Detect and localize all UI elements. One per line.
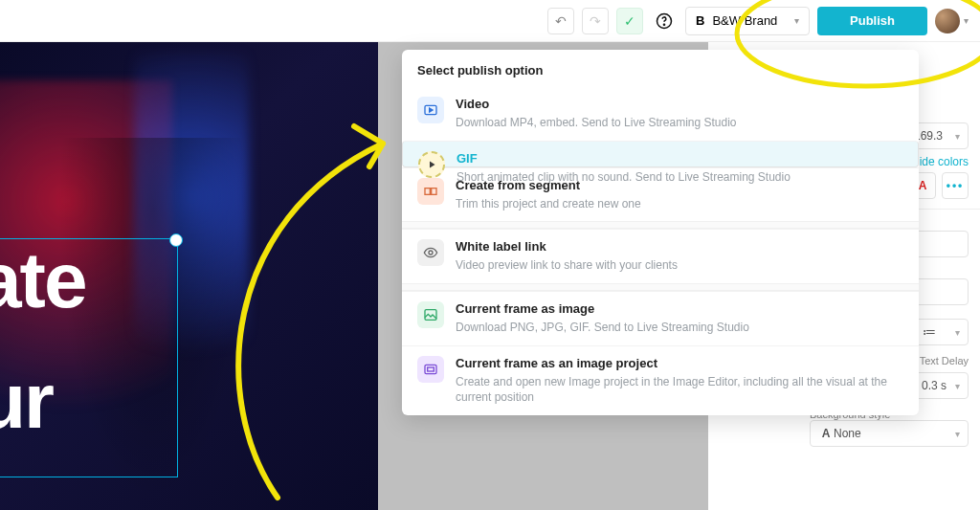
chevron-down-icon: ▾ <box>955 131 960 142</box>
option-desc: Video preview link to share with your cl… <box>456 257 903 274</box>
option-title: Current frame as image <box>456 301 903 318</box>
svg-rect-4 <box>432 188 436 194</box>
publish-button[interactable]: Publish <box>817 7 927 35</box>
chevron-down-icon: ▾ <box>955 327 960 338</box>
option-title: Video <box>456 97 903 113</box>
undo-button[interactable]: ↶ <box>547 8 574 34</box>
popover-title: Select publish option <box>402 50 919 87</box>
brand-select[interactable]: B B&W Brand ▾ <box>685 7 810 35</box>
avatar <box>935 9 960 33</box>
publish-option-video[interactable]: Video Download MP4, embed. Send to Live … <box>402 87 919 141</box>
top-toolbar: ↶ ↷ ✓ B B&W Brand ▾ Publish ▾ <box>0 0 980 42</box>
text-line-1: ate <box>0 239 177 322</box>
chevron-down-icon: ▾ <box>955 429 960 439</box>
brand-bold-icon: B <box>696 13 704 28</box>
svg-point-5 <box>429 251 433 255</box>
image-icon <box>417 301 444 328</box>
video-icon <box>417 97 444 123</box>
text-line-2: ur <box>0 360 177 442</box>
gif-icon <box>418 151 445 178</box>
eye-icon <box>417 239 444 266</box>
canvas-preview[interactable]: ate ur <box>0 42 378 510</box>
svg-rect-7 <box>425 365 436 373</box>
option-title: GIF <box>457 151 902 167</box>
account-menu[interactable]: ▾ <box>935 9 969 33</box>
chevron-down-icon: ▾ <box>794 15 799 26</box>
option-title: Current frame as an image project <box>456 356 903 372</box>
brand-label: B&W Brand <box>712 13 777 28</box>
publish-option-frame-image[interactable]: Current frame as image Download PNG, JPG… <box>402 291 919 345</box>
option-desc: Download MP4, embed. Send to Live Stream… <box>456 115 903 131</box>
bg-style-select[interactable]: A None ▾ <box>810 420 969 447</box>
redo-button[interactable]: ↷ <box>582 8 609 34</box>
bg-style-a-icon: A <box>818 427 834 440</box>
publish-popover: Select publish option Video Download MP4… <box>402 50 919 415</box>
image-project-icon <box>417 356 444 383</box>
bg-style-value: None <box>834 427 861 440</box>
option-desc: Download PNG, JPG, GIF. Send to Live Str… <box>456 320 903 336</box>
delay-value: 0.3 s <box>922 379 947 392</box>
svg-rect-3 <box>425 188 430 194</box>
list-style-select[interactable]: ≔ ▾ <box>914 319 969 345</box>
svg-point-1 <box>663 24 664 25</box>
more-colors-chip[interactable]: ••• <box>942 172 969 199</box>
option-desc: Create and open new Image project in the… <box>456 374 903 407</box>
publish-option-frame-project[interactable]: Current frame as an image project Create… <box>402 345 919 415</box>
option-title: Create from segment <box>456 178 903 194</box>
text-delay-field[interactable]: 0.3 s ▾ <box>913 372 969 399</box>
publish-option-gif[interactable]: GIF Short animated clip with no sound. S… <box>402 141 919 167</box>
option-desc: Trim this project and create new one <box>456 196 903 212</box>
publish-option-whitelabel[interactable]: White label link Video preview link to s… <box>402 229 919 283</box>
chevron-down-icon: ▾ <box>964 15 969 26</box>
saved-check-button[interactable]: ✓ <box>616 8 643 34</box>
help-icon <box>656 12 673 30</box>
list-icon: ≔ <box>923 324 936 340</box>
help-button[interactable] <box>651 8 678 34</box>
chevron-down-icon: ▾ <box>955 381 960 391</box>
svg-rect-8 <box>428 367 434 371</box>
selected-text-box[interactable]: ate ur <box>0 238 178 477</box>
option-title: White label link <box>456 239 903 255</box>
segment-icon <box>417 178 444 205</box>
